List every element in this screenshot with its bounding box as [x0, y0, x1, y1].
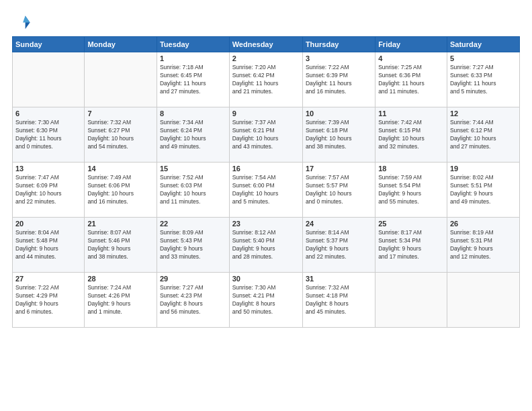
day-info: Sunrise: 7:52 AM Sunset: 6:03 PM Dayligh… — [160, 174, 226, 206]
day-number: 17 — [306, 165, 372, 173]
day-info: Sunrise: 7:37 AM Sunset: 6:21 PM Dayligh… — [232, 119, 300, 151]
calendar-cell: 11Sunrise: 7:42 AM Sunset: 6:15 PM Dayli… — [375, 107, 447, 163]
calendar-cell: 25Sunrise: 8:17 AM Sunset: 5:34 PM Dayli… — [375, 218, 447, 273]
calendar-cell: 2Sunrise: 7:20 AM Sunset: 6:42 PM Daylig… — [229, 52, 302, 107]
day-number: 10 — [306, 109, 372, 118]
calendar-cell: 28Sunrise: 7:24 AM Sunset: 4:26 PM Dayli… — [85, 273, 157, 328]
svg-marker-1 — [23, 16, 30, 23]
day-number: 1 — [160, 54, 226, 62]
page: SundayMondayTuesdayWednesdayThursdayFrid… — [0, 0, 532, 411]
calendar-cell: 21Sunrise: 8:07 AM Sunset: 5:46 PM Dayli… — [85, 218, 157, 273]
calendar-cell — [447, 273, 519, 328]
day-info: Sunrise: 7:30 AM Sunset: 4:21 PM Dayligh… — [232, 284, 300, 316]
day-info: Sunrise: 7:44 AM Sunset: 6:12 PM Dayligh… — [450, 119, 517, 151]
calendar-cell: 16Sunrise: 7:54 AM Sunset: 6:00 PM Dayli… — [229, 163, 302, 218]
day-info: Sunrise: 8:02 AM Sunset: 5:51 PM Dayligh… — [450, 174, 517, 206]
calendar-cell: 9Sunrise: 7:37 AM Sunset: 6:21 PM Daylig… — [229, 107, 302, 163]
calendar-cell: 30Sunrise: 7:30 AM Sunset: 4:21 PM Dayli… — [229, 273, 302, 328]
calendar-cell: 6Sunrise: 7:30 AM Sunset: 6:30 PM Daylig… — [13, 107, 85, 163]
day-number: 18 — [378, 165, 444, 173]
calendar-cell: 8Sunrise: 7:34 AM Sunset: 6:24 PM Daylig… — [157, 107, 229, 163]
day-number: 2 — [232, 54, 300, 62]
calendar-cell — [85, 52, 157, 107]
calendar-cell: 31Sunrise: 7:32 AM Sunset: 4:18 PM Dayli… — [302, 273, 375, 328]
day-info: Sunrise: 7:59 AM Sunset: 5:54 PM Dayligh… — [378, 174, 444, 206]
logo — [12, 12, 34, 31]
calendar-cell: 22Sunrise: 8:09 AM Sunset: 5:43 PM Dayli… — [157, 218, 229, 273]
day-info: Sunrise: 7:30 AM Sunset: 6:30 PM Dayligh… — [15, 119, 81, 151]
day-info: Sunrise: 7:22 AM Sunset: 6:39 PM Dayligh… — [306, 64, 372, 96]
weekday-header-thursday: Thursday — [302, 37, 375, 52]
day-info: Sunrise: 7:42 AM Sunset: 6:15 PM Dayligh… — [378, 119, 444, 151]
weekday-header-monday: Monday — [85, 37, 157, 52]
calendar-cell: 26Sunrise: 8:19 AM Sunset: 5:31 PM Dayli… — [447, 218, 519, 273]
day-info: Sunrise: 7:49 AM Sunset: 6:06 PM Dayligh… — [87, 174, 154, 206]
day-number: 7 — [87, 109, 154, 118]
day-info: Sunrise: 7:34 AM Sunset: 6:24 PM Dayligh… — [160, 119, 226, 151]
day-number: 12 — [450, 109, 517, 118]
calendar-cell: 7Sunrise: 7:32 AM Sunset: 6:27 PM Daylig… — [85, 107, 157, 163]
calendar-cell: 24Sunrise: 8:14 AM Sunset: 5:37 PM Dayli… — [302, 218, 375, 273]
calendar-week-2: 6Sunrise: 7:30 AM Sunset: 6:30 PM Daylig… — [13, 107, 520, 163]
calendar-week-4: 20Sunrise: 8:04 AM Sunset: 5:48 PM Dayli… — [13, 218, 520, 273]
calendar-cell: 14Sunrise: 7:49 AM Sunset: 6:06 PM Dayli… — [85, 163, 157, 218]
calendar-cell: 17Sunrise: 7:57 AM Sunset: 5:57 PM Dayli… — [302, 163, 375, 218]
calendar-cell: 29Sunrise: 7:27 AM Sunset: 4:23 PM Dayli… — [157, 273, 229, 328]
day-number: 14 — [87, 165, 154, 173]
day-number: 22 — [160, 220, 226, 228]
calendar-cell: 18Sunrise: 7:59 AM Sunset: 5:54 PM Dayli… — [375, 163, 447, 218]
day-info: Sunrise: 7:32 AM Sunset: 4:18 PM Dayligh… — [306, 284, 372, 316]
calendar-cell: 10Sunrise: 7:39 AM Sunset: 6:18 PM Dayli… — [302, 107, 375, 163]
day-number: 23 — [232, 220, 300, 228]
calendar-cell: 1Sunrise: 7:18 AM Sunset: 6:45 PM Daylig… — [157, 52, 229, 107]
day-number: 5 — [450, 54, 517, 62]
day-info: Sunrise: 7:22 AM Sunset: 4:29 PM Dayligh… — [15, 284, 81, 316]
calendar-cell: 20Sunrise: 8:04 AM Sunset: 5:48 PM Dayli… — [13, 218, 85, 273]
day-number: 29 — [160, 275, 226, 283]
day-number: 11 — [378, 109, 444, 118]
day-number: 4 — [378, 54, 444, 62]
weekday-header-saturday: Saturday — [447, 37, 519, 52]
day-number: 16 — [232, 165, 300, 173]
calendar-cell — [375, 273, 447, 328]
calendar-cell: 3Sunrise: 7:22 AM Sunset: 6:39 PM Daylig… — [302, 52, 375, 107]
day-number: 3 — [306, 54, 372, 62]
day-number: 28 — [87, 275, 154, 283]
day-info: Sunrise: 7:54 AM Sunset: 6:00 PM Dayligh… — [232, 174, 300, 206]
day-number: 21 — [87, 220, 154, 228]
day-info: Sunrise: 8:09 AM Sunset: 5:43 PM Dayligh… — [160, 229, 226, 261]
day-number: 15 — [160, 165, 226, 173]
day-number: 6 — [15, 109, 81, 118]
day-info: Sunrise: 8:14 AM Sunset: 5:37 PM Dayligh… — [306, 229, 372, 261]
weekday-header-row: SundayMondayTuesdayWednesdayThursdayFrid… — [13, 37, 520, 52]
calendar-week-5: 27Sunrise: 7:22 AM Sunset: 4:29 PM Dayli… — [13, 273, 520, 328]
day-info: Sunrise: 7:47 AM Sunset: 6:09 PM Dayligh… — [15, 174, 81, 206]
weekday-header-wednesday: Wednesday — [229, 37, 302, 52]
calendar-cell: 4Sunrise: 7:25 AM Sunset: 6:36 PM Daylig… — [375, 52, 447, 107]
day-number: 31 — [306, 275, 372, 283]
calendar-table: SundayMondayTuesdayWednesdayThursdayFrid… — [12, 36, 520, 328]
calendar-week-3: 13Sunrise: 7:47 AM Sunset: 6:09 PM Dayli… — [13, 163, 520, 218]
day-number: 27 — [15, 275, 81, 283]
calendar-cell: 23Sunrise: 8:12 AM Sunset: 5:40 PM Dayli… — [229, 218, 302, 273]
day-number: 19 — [450, 165, 517, 173]
day-info: Sunrise: 7:20 AM Sunset: 6:42 PM Dayligh… — [232, 64, 300, 96]
day-info: Sunrise: 8:17 AM Sunset: 5:34 PM Dayligh… — [378, 229, 444, 261]
calendar-cell: 27Sunrise: 7:22 AM Sunset: 4:29 PM Dayli… — [13, 273, 85, 328]
header — [12, 12, 520, 31]
day-number: 26 — [450, 220, 517, 228]
calendar-cell: 5Sunrise: 7:27 AM Sunset: 6:33 PM Daylig… — [447, 52, 519, 107]
day-number: 8 — [160, 109, 226, 118]
day-info: Sunrise: 8:07 AM Sunset: 5:46 PM Dayligh… — [87, 229, 154, 261]
day-info: Sunrise: 7:57 AM Sunset: 5:57 PM Dayligh… — [306, 174, 372, 206]
day-info: Sunrise: 7:32 AM Sunset: 6:27 PM Dayligh… — [87, 119, 154, 151]
weekday-header-friday: Friday — [375, 37, 447, 52]
calendar-cell: 12Sunrise: 7:44 AM Sunset: 6:12 PM Dayli… — [447, 107, 519, 163]
day-info: Sunrise: 7:25 AM Sunset: 6:36 PM Dayligh… — [378, 64, 444, 96]
day-number: 20 — [15, 220, 81, 228]
day-info: Sunrise: 7:24 AM Sunset: 4:26 PM Dayligh… — [87, 284, 154, 316]
calendar-cell: 19Sunrise: 8:02 AM Sunset: 5:51 PM Dayli… — [447, 163, 519, 218]
calendar-cell: 13Sunrise: 7:47 AM Sunset: 6:09 PM Dayli… — [13, 163, 85, 218]
day-number: 25 — [378, 220, 444, 228]
day-number: 24 — [306, 220, 372, 228]
